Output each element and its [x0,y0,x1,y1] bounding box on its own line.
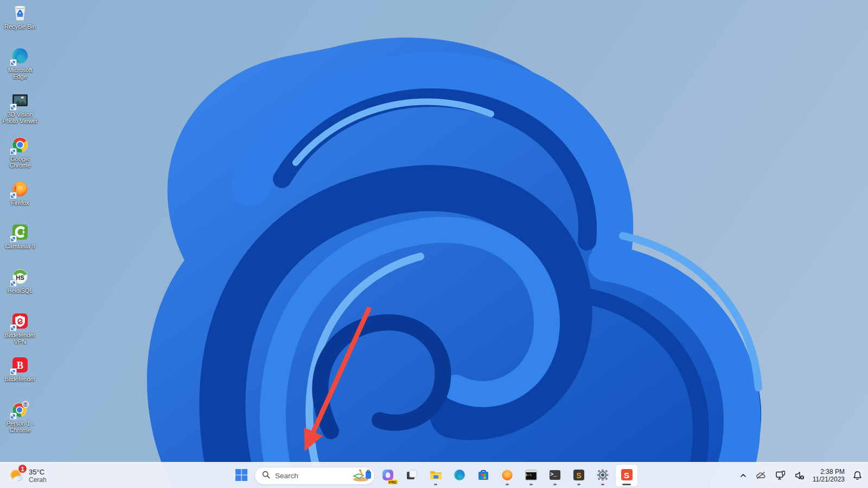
3d-vision-photo-viewer-icon [11,91,29,110]
desktop-icon-label: Microsoft Edge [1,67,40,80]
command-prompt-icon: C:\ [525,468,538,483]
desktop-icon-label: Google Chrome [1,156,40,169]
edge-icon [11,47,29,65]
firefox-icon [11,179,29,198]
running-indicator [434,484,437,485]
weather-condition: Cerah [29,476,47,484]
search-icon [262,471,270,481]
widget-badge: 1 [18,464,27,473]
desktop-icon-camtasia-9[interactable]: Camtasia 9 [1,223,40,249]
active-window-indicator [622,484,631,485]
taskbar-search-input[interactable]: Search [254,467,375,485]
desktop-icon-label: Camtasia 9 [5,243,35,249]
snagit-icon: S [620,468,634,483]
tray-clock[interactable]: 2:38 PM 11/21/2023 [810,466,847,485]
desktop-icon-bitdefender-vpn[interactable]: Bitdefender VPN [1,312,40,345]
taskbar-center: Search [231,465,637,486]
snagit-glyph: S [624,471,629,480]
heidisql-icon: HS [11,267,29,286]
taskbar-app-terminal[interactable]: >_ [544,465,566,486]
desktop-icon-label: HeidiSQL [7,287,33,294]
search-placeholder: Search [275,472,347,480]
sublime-text-icon: S [572,468,585,483]
network-ethernet-icon[interactable] [773,466,788,485]
heidisql-glyph: HS [16,274,24,281]
desktop-icon-label: Firefox [11,200,29,206]
microsoft-store-icon [477,468,490,483]
weather-sun-cloud-icon: 1 [9,467,25,484]
desktop-icon-recycle-bin[interactable]: Recycle Bin [1,3,40,30]
taskbar-app-command-prompt[interactable]: C:\ [520,465,542,486]
chrome-icon [11,136,29,154]
taskbar-app-edge[interactable] [449,465,470,486]
wallpaper-bloom [0,0,868,488]
desktop-icon-person1-chrome[interactable]: Person 1 - Chrome [1,400,40,433]
shortcut-arrow-icon [10,104,17,111]
bitdefender-glyph: B [17,360,23,371]
desktop-icon-bitdefender[interactable]: B Bitdefender [1,356,40,382]
taskbar-app-settings[interactable] [592,465,614,486]
desktop-icon-firefox[interactable]: Firefox [1,179,40,206]
task-view-icon [405,468,418,483]
bitdefender-icon: B [11,356,29,374]
start-button[interactable] [231,465,252,486]
tray-chevron-up-icon[interactable] [737,466,750,485]
search-highlight-illustration [352,467,372,484]
desktop-icon-label: Person 1 - Chrome [1,420,40,433]
recycle-bin-icon [11,3,29,22]
sublime-glyph: S [576,471,581,480]
desktop-icon-google-chrome[interactable]: Google Chrome [1,136,40,169]
taskbar-app-snagit[interactable]: S [616,465,637,486]
notifications-bell-icon[interactable] [850,466,865,485]
chrome-profile-icon [11,400,29,419]
shortcut-arrow-icon [10,368,17,375]
desktop-icon-heidisql[interactable]: HS HeidiSQL [1,267,40,294]
desktop: Recycle Bin Microsoft Edge [0,0,868,488]
desktop-icon-microsoft-edge[interactable]: Microsoft Edge [1,47,40,80]
desktop-icon-3d-vision-photo-viewer[interactable]: 3D Vision Photo Viewer [1,91,40,124]
tray-time: 2:38 PM [813,468,845,476]
desktop-icon-label: Bitdefender [5,376,35,382]
system-tray: 2:38 PM 11/21/2023 [737,465,865,486]
desktop-icon-label: Bitdefender VPN [1,332,40,345]
bitdefender-vpn-icon [11,312,29,330]
camtasia-icon [11,223,29,241]
terminal-icon: >_ [548,468,561,483]
widgets-weather-button[interactable]: 1 35°C Cerah [4,465,51,486]
taskbar-app-file-explorer[interactable] [425,465,446,486]
running-indicator [577,484,580,485]
desktop-icon-label: Recycle Bin [4,23,36,30]
weather-temperature: 35°C [29,468,47,476]
running-indicator [529,484,533,485]
edge-icon [453,468,466,483]
running-indicator [601,484,604,485]
tray-date: 11/21/2023 [813,476,845,483]
desktop-icon-label: 3D Vision Photo Viewer [1,111,40,124]
firefox-icon [501,468,514,483]
shortcut-arrow-icon [10,324,17,331]
taskbar-app-sublime-text[interactable]: S [568,465,590,486]
settings-gear-icon [596,468,609,483]
taskbar-app-microsoft-store[interactable] [473,465,494,486]
taskbar: 1 35°C Cerah [0,462,868,488]
taskbar-app-copilot[interactable]: PRE [377,465,399,486]
shortcut-arrow-icon [10,280,17,287]
shortcut-arrow-icon [10,235,17,242]
onedrive-offline-icon[interactable] [753,466,769,485]
shortcut-arrow-icon [10,192,17,199]
taskbar-app-firefox[interactable] [496,465,518,486]
taskbar-app-task-view[interactable] [401,465,423,486]
file-explorer-icon [429,468,443,483]
cmd-glyph: C:\ [526,473,532,477]
weather-text: 35°C Cerah [29,468,47,484]
running-indicator [553,484,557,485]
terminal-glyph: >_ [550,472,557,478]
shortcut-arrow-icon [10,413,17,420]
volume-muted-icon[interactable] [792,466,807,485]
shortcut-arrow-icon [10,59,17,66]
windows-start-icon [235,468,248,483]
copilot-pre-badge: PRE [388,480,398,484]
running-indicator [506,484,509,485]
shortcut-arrow-icon [10,148,17,155]
